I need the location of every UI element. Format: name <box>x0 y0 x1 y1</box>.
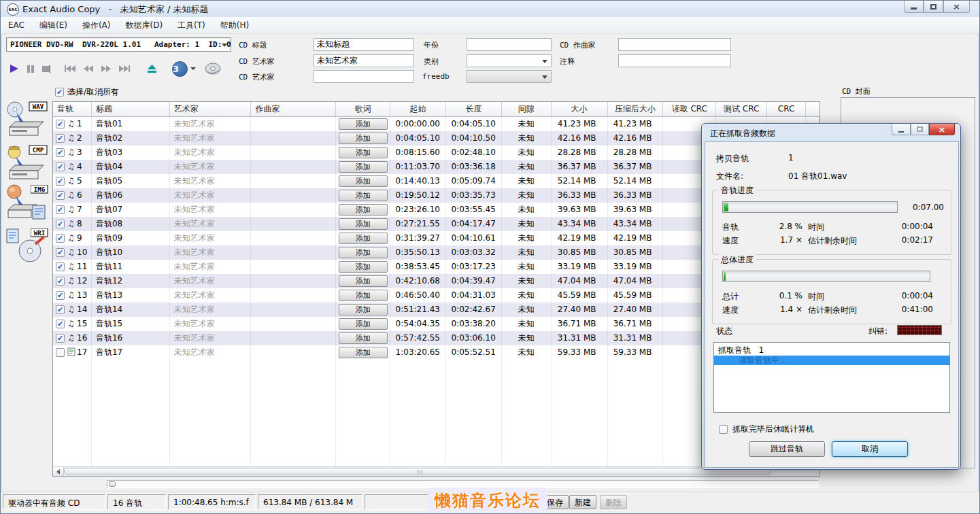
column-header-10[interactable]: 读取 CRC <box>663 102 716 116</box>
add-lyrics-button[interactable]: 添加 <box>339 247 388 258</box>
column-header-5[interactable]: 起始 <box>390 102 446 116</box>
stop-button[interactable] <box>41 65 50 73</box>
delete-button[interactable]: 删除 <box>600 495 627 509</box>
track-checkbox[interactable]: ✔ <box>56 120 65 128</box>
dialog-minimize-button[interactable] <box>892 124 911 135</box>
column-header-7[interactable]: 间隙 <box>502 102 552 116</box>
comment-input[interactable] <box>618 54 731 67</box>
sleep-after-checkbox[interactable] <box>719 425 728 434</box>
cd-title-input[interactable] <box>314 38 414 51</box>
track-composer <box>251 160 336 174</box>
copy-image-button[interactable]: IMG <box>4 183 49 222</box>
track-length: 0:03:36.18 <box>446 160 502 174</box>
speed-dropdown-arrow[interactable] <box>190 67 196 70</box>
track-checkbox[interactable]: ✔ <box>56 277 65 286</box>
track-checkbox[interactable]: ✔ <box>56 148 65 157</box>
column-header-9[interactable]: 压缩后大小 <box>608 102 664 116</box>
add-lyrics-button[interactable]: 添加 <box>339 233 388 244</box>
add-lyrics-button[interactable]: 添加 <box>339 318 388 330</box>
track-compressed-size: 27.40 MB <box>608 303 664 317</box>
audio-track-icon: ♫ <box>66 303 76 317</box>
pause-button[interactable] <box>27 65 35 73</box>
copy-to-wav-button[interactable]: WAV <box>4 100 49 139</box>
close-button[interactable]: × <box>943 1 970 13</box>
track-checkbox[interactable]: ✔ <box>56 205 65 214</box>
track-checkbox[interactable]: ✔ <box>56 162 65 171</box>
cancel-button[interactable]: 取消 <box>832 441 908 457</box>
menu-item-4[interactable]: 工具(T) <box>170 17 213 33</box>
scrollbar-thumb[interactable] <box>64 468 771 475</box>
track-checkbox[interactable] <box>56 348 65 357</box>
add-lyrics-button[interactable]: 添加 <box>339 133 388 144</box>
new-button[interactable]: 新建 <box>569 495 596 509</box>
track-checkbox[interactable]: ✔ <box>56 177 65 186</box>
add-lyrics-button[interactable]: 添加 <box>339 175 388 187</box>
track-checkbox[interactable]: ✔ <box>56 320 65 328</box>
track-checkbox[interactable]: ✔ <box>56 234 65 243</box>
track-checkbox[interactable]: ✔ <box>56 248 65 257</box>
write-cd-button[interactable]: WRI <box>4 226 49 266</box>
previous-track-button[interactable] <box>64 65 76 73</box>
column-header-2[interactable]: 艺术家 <box>170 102 252 116</box>
disc-changer-icon[interactable] <box>204 62 222 75</box>
add-lyrics-button[interactable]: 添加 <box>339 147 388 158</box>
drive-selector[interactable]: PIONEER DVD-RW DVR-220L 1.01 Adapter: 1 … <box>6 37 231 52</box>
track-checkbox[interactable]: ✔ <box>56 191 65 200</box>
column-header-12[interactable]: CRC <box>767 102 806 116</box>
add-lyrics-button[interactable]: 添加 <box>339 275 388 287</box>
fast-forward-button[interactable] <box>101 65 112 73</box>
select-all-checkbox[interactable]: ✔ <box>55 88 64 97</box>
add-lyrics-button[interactable]: 添加 <box>339 190 388 201</box>
position-slider-thumb[interactable] <box>109 481 116 487</box>
add-lyrics-button[interactable]: 添加 <box>339 118 388 130</box>
menu-item-5[interactable]: 帮助(H) <box>213 17 256 33</box>
add-lyrics-button[interactable]: 添加 <box>339 261 388 273</box>
minimize-button[interactable] <box>904 1 924 13</box>
track-checkbox[interactable]: ✔ <box>56 291 65 300</box>
column-header-6[interactable]: 长度 <box>446 102 502 116</box>
scroll-left-button[interactable] <box>53 467 64 476</box>
column-header-4[interactable]: 歌词 <box>336 102 390 116</box>
track-checkbox[interactable]: ✔ <box>56 262 65 271</box>
track-checkbox[interactable]: ✔ <box>56 334 65 343</box>
maximize-button[interactable] <box>924 1 943 13</box>
add-lyrics-button[interactable]: 添加 <box>339 304 388 315</box>
genre-dropdown[interactable] <box>467 54 552 67</box>
menu-item-0[interactable]: EAC <box>1 18 32 34</box>
menu-item-2[interactable]: 操作(A) <box>75 17 118 33</box>
add-lyrics-button[interactable]: 添加 <box>339 218 388 230</box>
add-lyrics-button[interactable]: 添加 <box>339 204 388 216</box>
copy-compressed-button[interactable]: CMP <box>4 143 49 183</box>
read-speed-badge[interactable]: 3 <box>172 61 188 77</box>
eject-button[interactable] <box>147 64 157 73</box>
column-header-1[interactable]: 标题 <box>92 102 170 116</box>
add-lyrics-button[interactable]: 添加 <box>339 332 388 344</box>
column-header-8[interactable]: 大小 <box>552 102 608 116</box>
track-compressed-size: 36.37 MB <box>608 160 664 174</box>
play-button[interactable] <box>9 64 20 73</box>
dialog-maximize-button[interactable] <box>911 124 929 135</box>
dialog-close-button[interactable]: × <box>929 124 955 135</box>
track-checkbox[interactable]: ✔ <box>56 305 65 314</box>
cd-artist2-input[interactable] <box>314 70 414 83</box>
track-checkbox[interactable]: ✔ <box>56 220 65 228</box>
track-title: 音轨01 <box>92 117 170 131</box>
skip-track-button[interactable]: 跳过音轨 <box>749 441 825 457</box>
column-header-filler[interactable] <box>806 102 820 116</box>
column-header-11[interactable]: 测试 CRC <box>716 102 767 116</box>
menu-item-3[interactable]: 数据库(D) <box>118 17 171 33</box>
year-input[interactable] <box>467 38 552 51</box>
menu-item-1[interactable]: 编辑(E) <box>32 17 75 33</box>
add-lyrics-button[interactable]: 添加 <box>339 161 388 173</box>
status-list[interactable]: 抓取音轨 1 读取音轨中... <box>713 342 950 413</box>
column-header-0[interactable]: 音轨 <box>53 102 92 116</box>
track-checkbox[interactable]: ✔ <box>56 134 65 143</box>
cd-artist-input[interactable] <box>314 54 414 67</box>
cd-composer-input[interactable] <box>618 38 731 51</box>
column-header-3[interactable]: 作曲家 <box>251 102 336 116</box>
rewind-button[interactable] <box>83 65 94 73</box>
add-lyrics-button[interactable]: 添加 <box>339 290 388 301</box>
add-lyrics-button[interactable]: 添加 <box>339 347 388 358</box>
next-track-button[interactable] <box>118 65 131 73</box>
freedb-dropdown[interactable] <box>467 70 552 83</box>
